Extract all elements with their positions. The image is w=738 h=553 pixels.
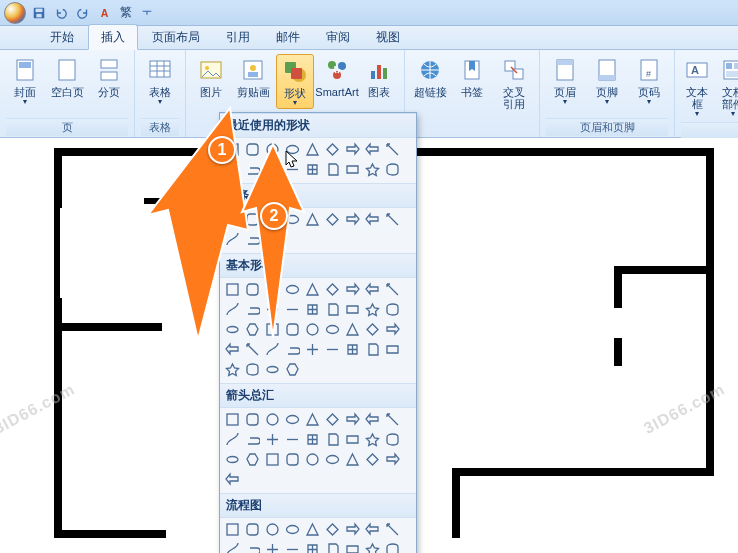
shape-swatch[interactable] bbox=[304, 521, 321, 538]
shape-swatch[interactable] bbox=[344, 541, 361, 553]
shape-swatch[interactable] bbox=[264, 451, 281, 468]
shape-swatch[interactable] bbox=[264, 431, 281, 448]
hyperlink-button[interactable]: 超链接 bbox=[411, 54, 449, 100]
shape-swatch[interactable] bbox=[244, 521, 261, 538]
shape-swatch[interactable] bbox=[244, 451, 261, 468]
shape-swatch[interactable] bbox=[364, 341, 381, 358]
shape-swatch[interactable] bbox=[244, 361, 261, 378]
shape-swatch[interactable] bbox=[364, 211, 381, 228]
shape-swatch[interactable] bbox=[364, 521, 381, 538]
shape-swatch[interactable] bbox=[244, 321, 261, 338]
shape-swatch[interactable] bbox=[344, 141, 361, 158]
pagenum-button[interactable]: # 页码▾ bbox=[630, 54, 668, 107]
chart-button[interactable]: 图表 bbox=[360, 54, 398, 100]
qat-traditional[interactable]: 繁 bbox=[118, 4, 134, 21]
shape-swatch[interactable] bbox=[284, 211, 301, 228]
shape-swatch[interactable] bbox=[224, 211, 241, 228]
shape-swatch[interactable] bbox=[304, 451, 321, 468]
shape-swatch[interactable] bbox=[264, 301, 281, 318]
qat-more-icon[interactable] bbox=[138, 4, 156, 22]
shape-swatch[interactable] bbox=[344, 281, 361, 298]
shape-swatch[interactable] bbox=[284, 451, 301, 468]
shape-swatch[interactable] bbox=[344, 411, 361, 428]
qat-save-icon[interactable] bbox=[30, 4, 48, 22]
shape-swatch[interactable] bbox=[224, 161, 241, 178]
blank-page-button[interactable]: 空白页 bbox=[48, 54, 86, 100]
shape-swatch[interactable] bbox=[344, 211, 361, 228]
shape-swatch[interactable] bbox=[384, 541, 401, 553]
crossref-button[interactable]: 交叉 引用 bbox=[495, 54, 533, 112]
shape-swatch[interactable] bbox=[264, 341, 281, 358]
shape-swatch[interactable] bbox=[384, 301, 401, 318]
shape-swatch[interactable] bbox=[264, 141, 281, 158]
qat-undo-icon[interactable] bbox=[52, 4, 70, 22]
shape-swatch[interactable] bbox=[364, 141, 381, 158]
shape-swatch[interactable] bbox=[224, 411, 241, 428]
shape-swatch[interactable] bbox=[304, 301, 321, 318]
shape-swatch[interactable] bbox=[224, 361, 241, 378]
shape-swatch[interactable] bbox=[384, 321, 401, 338]
shape-swatch[interactable] bbox=[304, 431, 321, 448]
textbox-button[interactable]: A 文本框▾ bbox=[681, 54, 713, 119]
shape-swatch[interactable] bbox=[264, 231, 281, 248]
shape-swatch[interactable] bbox=[364, 451, 381, 468]
shape-swatch[interactable] bbox=[284, 521, 301, 538]
shape-swatch[interactable] bbox=[344, 451, 361, 468]
shape-swatch[interactable] bbox=[364, 321, 381, 338]
bookmark-button[interactable]: 书签 bbox=[453, 54, 491, 100]
tab-page-layout[interactable]: 页面布局 bbox=[140, 25, 212, 49]
shape-swatch[interactable] bbox=[244, 161, 261, 178]
shape-swatch[interactable] bbox=[344, 521, 361, 538]
office-button[interactable] bbox=[4, 2, 26, 24]
shape-swatch[interactable] bbox=[244, 341, 261, 358]
shape-swatch[interactable] bbox=[244, 231, 261, 248]
shape-swatch[interactable] bbox=[264, 321, 281, 338]
shape-swatch[interactable] bbox=[344, 341, 361, 358]
shape-swatch[interactable] bbox=[244, 211, 261, 228]
footer-button[interactable]: 页脚▾ bbox=[588, 54, 626, 107]
shape-swatch[interactable] bbox=[364, 431, 381, 448]
smartart-button[interactable]: SmartArt bbox=[318, 54, 356, 100]
shape-swatch[interactable] bbox=[304, 211, 321, 228]
shape-swatch[interactable] bbox=[224, 321, 241, 338]
shape-swatch[interactable] bbox=[284, 301, 301, 318]
shape-swatch[interactable] bbox=[284, 321, 301, 338]
shape-swatch[interactable] bbox=[324, 301, 341, 318]
shape-swatch[interactable] bbox=[364, 161, 381, 178]
shape-swatch[interactable] bbox=[264, 281, 281, 298]
clipart-button[interactable]: 剪贴画 bbox=[234, 54, 272, 100]
shape-swatch[interactable] bbox=[224, 281, 241, 298]
shape-swatch[interactable] bbox=[384, 161, 401, 178]
shape-swatch[interactable] bbox=[324, 141, 341, 158]
shape-swatch[interactable] bbox=[244, 541, 261, 553]
shape-swatch[interactable] bbox=[264, 521, 281, 538]
shape-swatch[interactable] bbox=[344, 161, 361, 178]
shape-swatch[interactable] bbox=[224, 231, 241, 248]
shape-swatch[interactable] bbox=[324, 541, 341, 553]
shape-swatch[interactable] bbox=[224, 541, 241, 553]
shape-swatch[interactable] bbox=[384, 451, 401, 468]
shape-swatch[interactable] bbox=[264, 211, 281, 228]
shape-swatch[interactable] bbox=[224, 301, 241, 318]
shape-swatch[interactable] bbox=[384, 431, 401, 448]
shape-swatch[interactable] bbox=[324, 211, 341, 228]
shape-swatch[interactable] bbox=[324, 341, 341, 358]
shape-swatch[interactable] bbox=[384, 341, 401, 358]
page-break-button[interactable]: 分页 bbox=[90, 54, 128, 100]
tab-insert[interactable]: 插入 bbox=[88, 24, 138, 50]
shape-swatch[interactable] bbox=[224, 451, 241, 468]
shape-swatch[interactable] bbox=[224, 471, 241, 488]
shape-swatch[interactable] bbox=[224, 141, 241, 158]
shape-swatch[interactable] bbox=[304, 541, 321, 553]
shape-swatch[interactable] bbox=[264, 541, 281, 553]
shape-swatch[interactable] bbox=[324, 161, 341, 178]
shape-swatch[interactable] bbox=[304, 281, 321, 298]
shape-swatch[interactable] bbox=[384, 281, 401, 298]
cover-page-button[interactable]: 封面▾ bbox=[6, 54, 44, 107]
shape-swatch[interactable] bbox=[324, 411, 341, 428]
shape-swatch[interactable] bbox=[304, 141, 321, 158]
tab-home[interactable]: 开始 bbox=[38, 25, 86, 49]
tab-references[interactable]: 引用 bbox=[214, 25, 262, 49]
shape-swatch[interactable] bbox=[264, 361, 281, 378]
shape-swatch[interactable] bbox=[284, 541, 301, 553]
